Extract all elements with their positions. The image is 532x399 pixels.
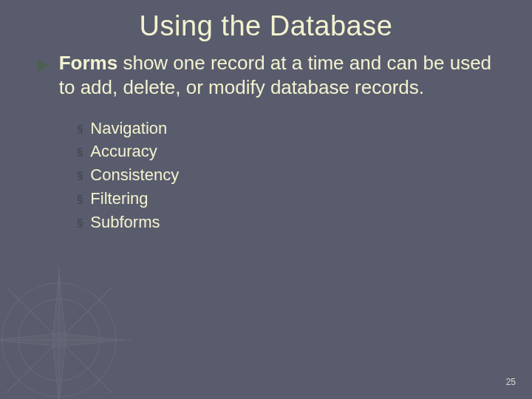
square-bullet-icon: § bbox=[77, 191, 83, 208]
list-item-label: Accuracy bbox=[90, 140, 157, 163]
main-bullet: ► Forms show one record at a time and ca… bbox=[34, 51, 498, 100]
list-item-label: Navigation bbox=[90, 117, 167, 140]
main-bullet-strong: Forms bbox=[59, 52, 117, 74]
svg-line-5 bbox=[7, 287, 112, 393]
square-bullet-icon: § bbox=[77, 121, 83, 137]
slide-title: Using the Database bbox=[0, 0, 532, 48]
sub-bullet-list: § Navigation § Accuracy § Consistency § … bbox=[34, 117, 498, 234]
list-item-label: Filtering bbox=[90, 187, 148, 211]
caret-icon: ► bbox=[34, 52, 53, 77]
list-item: § Filtering bbox=[77, 187, 498, 211]
svg-point-0 bbox=[2, 283, 116, 397]
list-item: § Consistency bbox=[77, 163, 498, 187]
square-bullet-icon: § bbox=[77, 215, 83, 231]
list-item-label: Subforms bbox=[90, 211, 160, 234]
main-bullet-text: Forms show one record at a time and can … bbox=[59, 51, 498, 100]
list-item-label: Consistency bbox=[90, 163, 179, 187]
list-item: § Accuracy bbox=[77, 140, 498, 163]
svg-point-1 bbox=[18, 299, 100, 381]
list-item: § Navigation bbox=[77, 117, 498, 140]
square-bullet-icon: § bbox=[77, 168, 83, 184]
square-bullet-icon: § bbox=[77, 144, 83, 160]
main-bullet-rest: show one record at a time and can be use… bbox=[59, 52, 491, 98]
decorative-ornament bbox=[0, 259, 140, 399]
page-number: 25 bbox=[506, 377, 516, 387]
svg-line-4 bbox=[7, 287, 112, 393]
slide: Using the Database ► Forms show one reco… bbox=[0, 0, 532, 399]
slide-body: ► Forms show one record at a time and ca… bbox=[0, 48, 532, 234]
list-item: § Subforms bbox=[77, 211, 498, 234]
